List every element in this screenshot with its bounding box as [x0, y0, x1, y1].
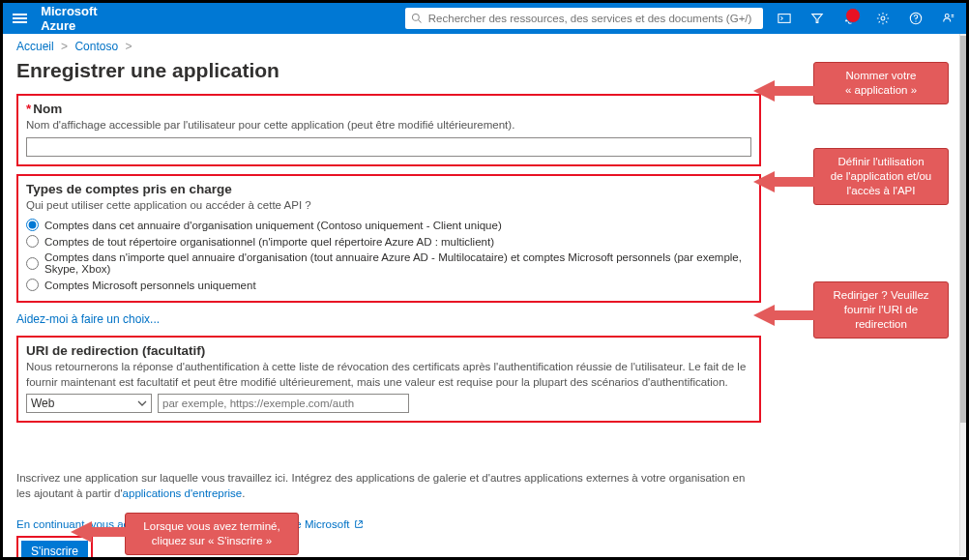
radio-icon[interactable]: [26, 257, 39, 270]
callout-redirect: Rediriger ? Veuillezfournir l'URI deredi…: [813, 281, 949, 339]
help-icon[interactable]: [908, 11, 924, 26]
breadcrumb-org[interactable]: Contoso: [74, 40, 118, 53]
breadcrumb: Accueil > Contoso >: [16, 34, 953, 57]
cloud-shell-icon[interactable]: [777, 11, 792, 26]
scrollbar[interactable]: [959, 34, 966, 556]
page-title: Enregistrer une application: [16, 59, 953, 82]
top-navbar: Microsoft Azure: [3, 3, 966, 34]
filter-icon[interactable]: [809, 11, 825, 26]
topbar-icons: [777, 11, 956, 26]
search-input[interactable]: [428, 13, 757, 24]
svg-point-6: [945, 14, 949, 17]
help-choose-link[interactable]: Aidez-moi à faire un choix...: [16, 312, 160, 326]
breadcrumb-home[interactable]: Accueil: [16, 40, 54, 53]
svg-line-1: [418, 20, 421, 23]
callout-register: Lorsque vous avez terminé,cliquez sur « …: [125, 513, 299, 555]
chevron-right-icon: >: [61, 40, 68, 53]
scrollbar-thumb[interactable]: [960, 36, 966, 423]
callout-name: Nommer votre« application »: [813, 62, 949, 104]
svg-point-0: [412, 15, 419, 21]
settings-icon[interactable]: [875, 11, 891, 26]
svg-rect-2: [778, 15, 790, 23]
account-types-label: Types de comptes pris en charge: [26, 182, 751, 196]
register-button[interactable]: S'inscrire: [21, 541, 88, 560]
radio-icon[interactable]: [26, 219, 39, 231]
redirect-label: URI de redirection (facultatif): [26, 343, 751, 358]
search-icon: [411, 13, 423, 24]
redirect-desc: Nous retournerons la réponse d'authentif…: [26, 360, 751, 390]
account-types-section: Types de comptes pris en charge Qui peut…: [16, 174, 761, 304]
name-desc: Nom d'affichage accessible par l'utilisa…: [26, 118, 751, 133]
gallery-note: Inscrivez une application sur laquelle v…: [16, 471, 761, 501]
account-option-personal-only[interactable]: Comptes Microsoft personnels uniquement: [26, 277, 751, 293]
page-content: Accueil > Contoso > Enregistrer une appl…: [3, 34, 966, 560]
account-option-single-tenant[interactable]: Comptes dans cet annuaire d'organisation…: [26, 217, 751, 233]
account-types-question: Qui peut utiliser cette application ou a…: [26, 198, 751, 214]
name-section: *Nom Nom d'affichage accessible par l'ut…: [16, 94, 761, 166]
app-name-input[interactable]: [26, 137, 751, 157]
chevron-right-icon: >: [125, 40, 132, 53]
radio-icon[interactable]: [26, 235, 39, 248]
notifications-icon[interactable]: [842, 11, 858, 26]
enterprise-apps-link[interactable]: applications d'entreprise: [123, 487, 243, 499]
account-option-any-org-personal[interactable]: Comptes dans n'importe quel annuaire d'o…: [26, 250, 751, 277]
name-label: *Nom: [26, 102, 751, 116]
external-link-icon: [354, 519, 364, 529]
account-option-any-org[interactable]: Comptes de tout répertoire organisationn…: [26, 233, 751, 250]
svg-point-3: [881, 16, 885, 20]
redirect-uri-input[interactable]: [158, 394, 409, 413]
redirect-uri-section: URI de redirection (facultatif) Nous ret…: [16, 336, 761, 423]
chevron-down-icon: [137, 398, 147, 408]
platform-select[interactable]: Web: [26, 394, 152, 413]
feedback-icon[interactable]: [941, 11, 956, 26]
radio-icon[interactable]: [26, 279, 39, 291]
global-search[interactable]: [405, 8, 763, 29]
hamburger-icon[interactable]: [13, 14, 27, 23]
brand-label: Microsoft Azure: [41, 4, 131, 33]
callout-accounts: Définir l'utilisationde l'application et…: [813, 148, 949, 205]
svg-point-5: [915, 20, 916, 21]
